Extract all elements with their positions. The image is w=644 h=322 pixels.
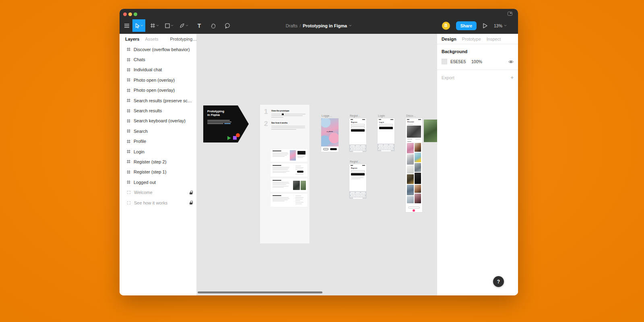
phone-frame-login[interactable]: Login Log in xyxy=(378,118,394,151)
layer-row[interactable]: Register (step 2) xyxy=(120,157,196,167)
phone-heading: Log in xyxy=(379,121,384,123)
comment-bubble-icon xyxy=(225,23,230,29)
share-button[interactable]: Share xyxy=(456,21,477,30)
help-button[interactable]: ? xyxy=(493,276,504,287)
layer-row[interactable]: Logged out xyxy=(120,177,196,187)
layer-row[interactable]: Profile xyxy=(120,136,196,147)
layer-row[interactable]: Individual chat xyxy=(120,65,196,75)
zoom-level-dropdown[interactable]: 13% xyxy=(494,23,507,28)
layer-row[interactable]: Search keyboard (overlay) xyxy=(120,116,196,126)
avatar[interactable]: B xyxy=(442,22,450,30)
card-photo-thumb xyxy=(293,181,300,190)
layer-label: Search xyxy=(134,129,192,134)
tutorial-text-line xyxy=(271,126,305,126)
frame-tool-button[interactable] xyxy=(149,19,161,32)
layer-row[interactable]: Login xyxy=(120,147,196,157)
layer-label: Welcome xyxy=(134,190,190,195)
cover-text-line xyxy=(207,120,230,121)
layer-label: Login xyxy=(134,149,192,154)
app-logo: ▲ photo xyxy=(326,130,333,132)
hidden-frame-icon xyxy=(127,201,130,204)
tab-layers[interactable]: Layers xyxy=(125,37,139,41)
color-hex-value[interactable]: E5E5E5 xyxy=(450,59,471,64)
phone-heading: Register xyxy=(351,121,357,123)
tab-assets[interactable]: Assets xyxy=(145,37,158,41)
feed-photo xyxy=(407,196,414,203)
close-window-button[interactable] xyxy=(123,12,127,16)
frame-label[interactable]: Regist… xyxy=(350,114,361,117)
minimize-window-button[interactable] xyxy=(128,12,132,16)
layer-row[interactable]: Register (step 1) xyxy=(120,167,196,177)
color-swatch[interactable] xyxy=(442,59,447,64)
tutorial-card xyxy=(270,178,308,192)
layer-row-locked[interactable]: Welcome xyxy=(120,187,196,197)
phone-keyboard xyxy=(349,144,366,152)
tab-prototype[interactable]: Prototype xyxy=(462,37,481,41)
layer-row[interactable]: Chats xyxy=(120,54,196,64)
tutorial-frame[interactable]: 1 View the prototype 2 See how it works xyxy=(260,105,310,244)
feed-photo xyxy=(407,143,414,153)
cover-text-line xyxy=(207,122,231,122)
tab-design[interactable]: Design xyxy=(442,37,456,41)
phone-heading: Discover xyxy=(407,121,414,123)
layer-label: Discover (overflow behavior) xyxy=(134,47,192,52)
opacity-value[interactable]: 100% xyxy=(471,59,482,64)
cover-text-line xyxy=(207,123,223,124)
phone-submit-button xyxy=(351,173,365,175)
layer-row[interactable]: Photo open (overlay) xyxy=(120,75,196,85)
phone-text-line xyxy=(351,178,363,178)
register-black-button xyxy=(330,148,337,151)
visibility-toggle[interactable] xyxy=(508,60,514,64)
add-export-button[interactable]: + xyxy=(510,76,514,80)
phone-frame-register-2[interactable]: Regist… Register xyxy=(349,164,366,198)
frame-icon xyxy=(127,47,130,51)
phone-frame-register-1[interactable]: Regist… Register xyxy=(349,118,366,152)
frame-icon xyxy=(127,78,130,82)
present-play-icon[interactable] xyxy=(483,23,488,29)
layer-label: Search keyboard (overlay) xyxy=(134,118,192,123)
chevron-down-icon[interactable] xyxy=(349,25,352,27)
frame-label[interactable]: Disco… xyxy=(406,114,416,117)
text-tool-button[interactable]: T xyxy=(194,19,205,32)
frame-label[interactable]: Logge… xyxy=(322,114,332,117)
feed-photo xyxy=(415,194,421,203)
layer-row[interactable]: Discover (overflow behavior) xyxy=(120,44,196,54)
window-mode-icon[interactable] xyxy=(508,12,512,16)
zoom-window-button[interactable] xyxy=(134,12,137,16)
card-photo-thumb xyxy=(301,181,306,190)
feed-photo xyxy=(407,126,421,138)
layer-row[interactable]: Search results xyxy=(120,105,196,116)
layer-row[interactable]: Search results (preserve scroll po… xyxy=(120,95,196,105)
shape-tool-button[interactable] xyxy=(163,19,175,32)
hand-tool-button[interactable] xyxy=(208,19,219,32)
cover-frame[interactable]: Prototyping in Figma xyxy=(203,105,249,142)
layer-row[interactable]: Search xyxy=(120,126,196,136)
text-tool-icon: T xyxy=(198,23,201,29)
main-menu-button[interactable] xyxy=(121,19,132,32)
frame-label[interactable]: Login xyxy=(378,114,385,117)
phone-text-line xyxy=(351,179,360,179)
layer-row[interactable]: Photo open (overlay) xyxy=(120,85,196,95)
card-video-thumb xyxy=(297,151,305,155)
canvas[interactable]: Prototyping in Figma 1 View the prototyp… xyxy=(196,34,437,295)
breadcrumb-file-name[interactable]: Prototyping in Figma xyxy=(303,23,347,28)
tab-inspect[interactable]: Inspect xyxy=(487,37,501,41)
phone-frame-discover[interactable]: Disco… Discover xyxy=(406,118,422,212)
phone-frame-logged-out[interactable]: Logge… ▲ photo xyxy=(321,118,339,152)
move-tool-button[interactable] xyxy=(132,19,145,32)
clipped-photo-frame[interactable] xyxy=(424,120,437,142)
horizontal-scrollbar[interactable] xyxy=(198,291,322,293)
tool-bar: T xyxy=(121,19,233,32)
breadcrumb-drafts-link[interactable]: Drafts xyxy=(286,23,297,28)
comment-tool-button[interactable] xyxy=(222,19,233,32)
lock-icon[interactable] xyxy=(190,191,192,194)
pen-tool-button[interactable] xyxy=(178,19,190,32)
layer-label: Individual chat xyxy=(134,67,192,72)
layer-row-locked[interactable]: See how it works xyxy=(120,198,196,208)
tutorial-text-line xyxy=(271,129,296,130)
background-section-title: Background xyxy=(442,49,514,54)
frame-label[interactable]: Regist… xyxy=(350,160,361,163)
lock-icon[interactable] xyxy=(190,201,192,204)
feed-photo xyxy=(407,174,414,184)
breadcrumb-separator: / xyxy=(299,23,301,28)
